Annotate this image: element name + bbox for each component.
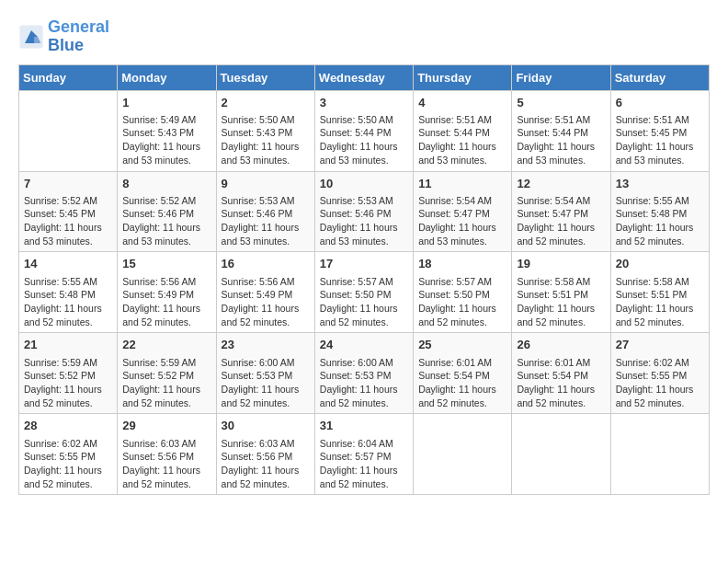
day-info: Sunrise: 5:55 AM Sunset: 5:48 PM Dayligh… (616, 194, 704, 248)
header-row: SundayMondayTuesdayWednesdayThursdayFrid… (19, 64, 710, 90)
day-info: Sunrise: 5:59 AM Sunset: 5:52 PM Dayligh… (122, 356, 210, 410)
calendar-cell: 11Sunrise: 5:54 AM Sunset: 5:47 PM Dayli… (414, 171, 512, 252)
day-number: 19 (517, 256, 605, 272)
day-info: Sunrise: 6:02 AM Sunset: 5:55 PM Dayligh… (24, 437, 112, 491)
calendar-cell (512, 414, 610, 495)
day-info: Sunrise: 5:52 AM Sunset: 5:46 PM Dayligh… (122, 194, 210, 248)
day-info: Sunrise: 5:55 AM Sunset: 5:48 PM Dayligh… (24, 275, 112, 329)
day-number: 20 (616, 256, 704, 272)
day-number: 12 (517, 176, 605, 192)
header-day: Wednesday (314, 64, 413, 90)
calendar-cell: 16Sunrise: 5:56 AM Sunset: 5:49 PM Dayli… (216, 252, 314, 333)
calendar-cell: 30Sunrise: 6:03 AM Sunset: 5:56 PM Dayli… (216, 414, 314, 495)
calendar-week-row: 28Sunrise: 6:02 AM Sunset: 5:55 PM Dayli… (19, 414, 710, 495)
day-info: Sunrise: 6:03 AM Sunset: 5:56 PM Dayligh… (122, 437, 210, 491)
day-info: Sunrise: 6:01 AM Sunset: 5:54 PM Dayligh… (418, 356, 506, 410)
calendar-cell: 5Sunrise: 5:51 AM Sunset: 5:44 PM Daylig… (512, 90, 610, 171)
day-info: Sunrise: 6:04 AM Sunset: 5:57 PM Dayligh… (320, 437, 408, 491)
day-number: 25 (418, 337, 506, 353)
header-day: Saturday (610, 64, 709, 90)
day-number: 14 (24, 256, 112, 272)
day-number: 21 (24, 337, 112, 353)
day-number: 18 (418, 256, 506, 272)
day-info: Sunrise: 6:00 AM Sunset: 5:53 PM Dayligh… (222, 356, 310, 410)
header-day: Monday (118, 64, 216, 90)
calendar-cell: 17Sunrise: 5:57 AM Sunset: 5:50 PM Dayli… (314, 252, 413, 333)
day-number: 30 (222, 418, 310, 434)
calendar-week-row: 21Sunrise: 5:59 AM Sunset: 5:52 PM Dayli… (19, 333, 710, 414)
calendar-week-row: 1Sunrise: 5:49 AM Sunset: 5:43 PM Daylig… (19, 90, 710, 171)
day-number: 31 (320, 418, 408, 434)
day-number: 17 (320, 256, 408, 272)
day-info: Sunrise: 5:50 AM Sunset: 5:44 PM Dayligh… (320, 113, 408, 167)
day-info: Sunrise: 5:57 AM Sunset: 5:50 PM Dayligh… (320, 275, 408, 329)
day-info: Sunrise: 5:53 AM Sunset: 5:46 PM Dayligh… (320, 194, 408, 248)
calendar-cell: 6Sunrise: 5:51 AM Sunset: 5:45 PM Daylig… (610, 90, 709, 171)
calendar-cell: 13Sunrise: 5:55 AM Sunset: 5:48 PM Dayli… (610, 171, 709, 252)
calendar-cell: 25Sunrise: 6:01 AM Sunset: 5:54 PM Dayli… (414, 333, 512, 414)
calendar-cell: 14Sunrise: 5:55 AM Sunset: 5:48 PM Dayli… (19, 252, 118, 333)
calendar-cell: 2Sunrise: 5:50 AM Sunset: 5:43 PM Daylig… (216, 90, 314, 171)
header-day: Sunday (19, 64, 118, 90)
day-info: Sunrise: 5:51 AM Sunset: 5:44 PM Dayligh… (418, 113, 506, 167)
day-info: Sunrise: 5:57 AM Sunset: 5:50 PM Dayligh… (418, 275, 506, 329)
day-number: 6 (616, 95, 704, 111)
calendar-cell: 23Sunrise: 6:00 AM Sunset: 5:53 PM Dayli… (216, 333, 314, 414)
logo-icon (18, 24, 44, 50)
calendar-cell: 26Sunrise: 6:01 AM Sunset: 5:54 PM Dayli… (512, 333, 610, 414)
day-info: Sunrise: 5:56 AM Sunset: 5:49 PM Dayligh… (122, 275, 210, 329)
day-info: Sunrise: 5:58 AM Sunset: 5:51 PM Dayligh… (517, 275, 605, 329)
day-info: Sunrise: 5:51 AM Sunset: 5:44 PM Dayligh… (517, 113, 605, 167)
day-info: Sunrise: 6:01 AM Sunset: 5:54 PM Dayligh… (517, 356, 605, 410)
calendar-cell: 9Sunrise: 5:53 AM Sunset: 5:46 PM Daylig… (216, 171, 314, 252)
logo-text: General Blue (48, 18, 109, 55)
day-number: 27 (616, 337, 704, 353)
calendar-cell: 29Sunrise: 6:03 AM Sunset: 5:56 PM Dayli… (118, 414, 216, 495)
day-number: 13 (616, 176, 704, 192)
calendar-week-row: 14Sunrise: 5:55 AM Sunset: 5:48 PM Dayli… (19, 252, 710, 333)
day-number: 8 (122, 176, 210, 192)
day-info: Sunrise: 5:56 AM Sunset: 5:49 PM Dayligh… (222, 275, 310, 329)
calendar-cell: 21Sunrise: 5:59 AM Sunset: 5:52 PM Dayli… (19, 333, 118, 414)
day-info: Sunrise: 6:03 AM Sunset: 5:56 PM Dayligh… (222, 437, 310, 491)
day-number: 15 (122, 256, 210, 272)
calendar-cell: 10Sunrise: 5:53 AM Sunset: 5:46 PM Dayli… (314, 171, 413, 252)
day-info: Sunrise: 6:00 AM Sunset: 5:53 PM Dayligh… (320, 356, 408, 410)
day-info: Sunrise: 5:53 AM Sunset: 5:46 PM Dayligh… (222, 194, 310, 248)
calendar-cell: 27Sunrise: 6:02 AM Sunset: 5:55 PM Dayli… (610, 333, 709, 414)
day-info: Sunrise: 5:59 AM Sunset: 5:52 PM Dayligh… (24, 356, 112, 410)
calendar-cell: 8Sunrise: 5:52 AM Sunset: 5:46 PM Daylig… (118, 171, 216, 252)
header-day: Thursday (414, 64, 512, 90)
header-day: Tuesday (216, 64, 314, 90)
day-info: Sunrise: 5:51 AM Sunset: 5:45 PM Dayligh… (616, 113, 704, 167)
logo: General Blue (18, 18, 109, 55)
day-info: Sunrise: 5:50 AM Sunset: 5:43 PM Dayligh… (222, 113, 310, 167)
calendar-cell: 19Sunrise: 5:58 AM Sunset: 5:51 PM Dayli… (512, 252, 610, 333)
calendar-header: SundayMondayTuesdayWednesdayThursdayFrid… (19, 64, 710, 90)
calendar-cell (19, 90, 118, 171)
day-info: Sunrise: 5:54 AM Sunset: 5:47 PM Dayligh… (517, 194, 605, 248)
day-info: Sunrise: 5:52 AM Sunset: 5:45 PM Dayligh… (24, 194, 112, 248)
day-number: 7 (24, 176, 112, 192)
header-day: Friday (512, 64, 610, 90)
day-info: Sunrise: 6:02 AM Sunset: 5:55 PM Dayligh… (616, 356, 704, 410)
calendar-cell: 22Sunrise: 5:59 AM Sunset: 5:52 PM Dayli… (118, 333, 216, 414)
calendar-cell: 12Sunrise: 5:54 AM Sunset: 5:47 PM Dayli… (512, 171, 610, 252)
day-number: 23 (222, 337, 310, 353)
day-number: 2 (222, 95, 310, 111)
page-header: General Blue (18, 18, 710, 55)
calendar-cell: 7Sunrise: 5:52 AM Sunset: 5:45 PM Daylig… (19, 171, 118, 252)
calendar-cell: 18Sunrise: 5:57 AM Sunset: 5:50 PM Dayli… (414, 252, 512, 333)
day-number: 24 (320, 337, 408, 353)
day-info: Sunrise: 5:54 AM Sunset: 5:47 PM Dayligh… (418, 194, 506, 248)
calendar-cell: 28Sunrise: 6:02 AM Sunset: 5:55 PM Dayli… (19, 414, 118, 495)
calendar-cell: 15Sunrise: 5:56 AM Sunset: 5:49 PM Dayli… (118, 252, 216, 333)
calendar-cell (610, 414, 709, 495)
day-number: 22 (122, 337, 210, 353)
calendar-week-row: 7Sunrise: 5:52 AM Sunset: 5:45 PM Daylig… (19, 171, 710, 252)
day-info: Sunrise: 5:49 AM Sunset: 5:43 PM Dayligh… (122, 113, 210, 167)
calendar-table: SundayMondayTuesdayWednesdayThursdayFrid… (18, 64, 710, 496)
day-info: Sunrise: 5:58 AM Sunset: 5:51 PM Dayligh… (616, 275, 704, 329)
calendar-cell: 1Sunrise: 5:49 AM Sunset: 5:43 PM Daylig… (118, 90, 216, 171)
calendar-cell: 20Sunrise: 5:58 AM Sunset: 5:51 PM Dayli… (610, 252, 709, 333)
